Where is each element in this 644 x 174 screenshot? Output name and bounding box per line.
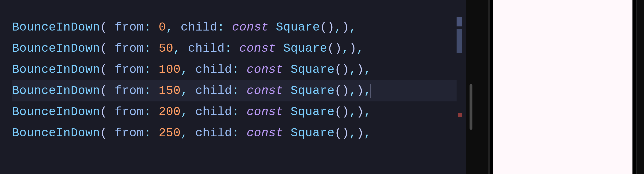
child-type: Square — [290, 126, 334, 140]
param-child: child — [195, 126, 232, 140]
code-line: BounceInDown( from: 100, child: const Sq… — [12, 59, 466, 80]
class-name: BounceInDown — [12, 20, 100, 34]
class-name: BounceInDown — [12, 126, 100, 140]
param-child: child — [195, 63, 232, 76]
param-child: child — [195, 105, 232, 119]
editor-gutter — [463, 0, 466, 174]
param-child: child — [181, 20, 218, 34]
minimap-viewport-indicator — [456, 17, 462, 26]
from-value: 150 — [158, 84, 181, 98]
code-line: BounceInDown( from: 250, child: const Sq… — [12, 122, 466, 144]
param-child: child — [188, 42, 225, 55]
param-from: from — [114, 63, 144, 76]
const-keyword: const — [246, 63, 283, 76]
from-value: 250 — [158, 126, 181, 140]
class-name: BounceInDown — [12, 84, 100, 98]
const-keyword: const — [239, 42, 276, 55]
child-type: Square — [290, 105, 334, 119]
vertical-scrollbar[interactable] — [466, 0, 482, 174]
code-editor-pane[interactable]: BounceInDown( from: 0, child: const Squa… — [0, 0, 466, 174]
device-preview-pane — [482, 0, 644, 174]
const-keyword: const — [246, 105, 283, 119]
child-type: Square — [283, 42, 327, 55]
from-value: 200 — [158, 105, 181, 119]
class-name: BounceInDown — [12, 105, 100, 119]
param-child: child — [195, 84, 232, 98]
code-line: BounceInDown( from: 50, child: const Squ… — [12, 38, 466, 59]
param-from: from — [114, 84, 144, 98]
param-from: from — [114, 105, 144, 119]
code-line: BounceInDown( from: 0, child: const Squa… — [12, 17, 466, 38]
device-frame-border — [488, 0, 637, 174]
child-type: Square — [276, 20, 320, 34]
child-type: Square — [290, 63, 334, 76]
class-name: BounceInDown — [12, 42, 100, 55]
minimap-error-marker — [458, 113, 462, 117]
const-keyword: const — [246, 126, 283, 140]
minimap-content-indicator — [456, 29, 462, 53]
from-value: 0 — [158, 20, 166, 34]
const-keyword: const — [246, 84, 283, 98]
editor-minimap[interactable] — [456, 0, 463, 174]
param-from: from — [114, 42, 144, 55]
code-line: BounceInDown( from: 200, child: const Sq… — [12, 102, 466, 122]
child-type: Square — [290, 84, 334, 98]
from-value: 100 — [158, 63, 181, 76]
class-name: BounceInDown — [12, 63, 100, 76]
from-value: 50 — [158, 42, 173, 55]
scrollbar-thumb[interactable] — [470, 84, 472, 130]
param-from: from — [114, 20, 144, 34]
param-from: from — [114, 126, 144, 140]
text-cursor — [370, 84, 371, 98]
code-line-active: BounceInDown( from: 150, child: const Sq… — [12, 80, 466, 102]
device-screen — [493, 0, 632, 174]
const-keyword: const — [232, 20, 269, 34]
